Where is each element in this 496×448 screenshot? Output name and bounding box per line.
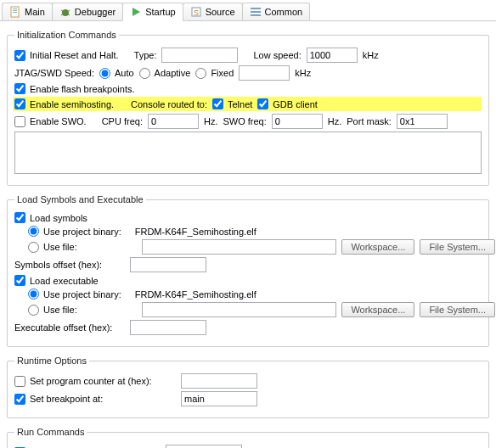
telnet-checkbox[interactable]: Telnet xyxy=(212,98,252,109)
file-system-button[interactable]: File System... xyxy=(420,239,495,255)
swo-freq-label: SWO freq: xyxy=(223,116,266,126)
workspace-button[interactable]: Workspace... xyxy=(341,239,414,255)
tab-common[interactable]: Common xyxy=(242,3,311,20)
svg-rect-13 xyxy=(251,11,261,13)
reset-type-input[interactable] xyxy=(161,48,238,63)
group-legend: Run Commands xyxy=(14,427,87,437)
speed-adaptive-radio[interactable]: Adaptive xyxy=(139,68,191,79)
tab-startup[interactable]: Startup xyxy=(122,3,183,21)
initial-reset-checkbox[interactable]: Initial Reset and Halt. xyxy=(14,50,119,61)
port-mask-input[interactable] xyxy=(397,114,448,129)
symbols-offset-label: Symbols offset (hex): xyxy=(14,260,125,270)
svg-rect-2 xyxy=(13,10,17,11)
load-symbols-checkbox[interactable]: Load symbols xyxy=(14,212,87,223)
bug-icon xyxy=(59,6,71,18)
startup-panel: Initialization Commands Initial Reset an… xyxy=(0,21,496,448)
bp-input[interactable] xyxy=(181,391,257,406)
type-label: Type: xyxy=(134,50,157,60)
exec-offset-input[interactable] xyxy=(130,320,206,335)
run-commands-group: Run Commands Pre-run reset and halt. Typ… xyxy=(7,427,489,448)
jtag-speed-label: JTAG/SWD Speed: xyxy=(14,68,94,78)
enable-flash-checkbox[interactable]: Enable flash breakpoints. xyxy=(14,83,135,94)
hz-unit: Hz. xyxy=(204,116,218,126)
svg-rect-1 xyxy=(13,8,17,9)
svg-marker-9 xyxy=(132,8,140,16)
play-icon xyxy=(130,6,142,18)
tab-debugger[interactable]: Debugger xyxy=(52,3,123,20)
project-binary-sym-text: FRDM-K64F_Semihosting.elf xyxy=(135,227,256,237)
khz-unit: kHz xyxy=(363,50,379,60)
tab-label: Source xyxy=(206,7,235,17)
swo-freq-input[interactable] xyxy=(272,114,323,129)
initialization-commands-group: Initialization Commands Initial Reset an… xyxy=(7,30,489,186)
set-bp-checkbox[interactable]: Set breakpoint at: xyxy=(14,394,176,405)
fixed-speed-input[interactable] xyxy=(239,65,290,81)
tab-label: Main xyxy=(25,7,45,17)
load-exec-checkbox[interactable]: Load executable xyxy=(14,275,99,286)
page-icon xyxy=(9,6,21,18)
tab-source[interactable]: S Source xyxy=(183,3,243,20)
load-symbols-group: Load Symbols and Executable Load symbols… xyxy=(7,194,489,347)
svg-point-4 xyxy=(62,9,69,16)
list-icon xyxy=(250,6,262,18)
svg-text:S: S xyxy=(194,8,199,17)
enable-swo-checkbox[interactable]: Enable SWO. xyxy=(14,116,87,127)
exec-offset-label: Executable offset (hex): xyxy=(14,322,125,333)
tab-label: Startup xyxy=(145,7,175,17)
use-file-sym-radio[interactable]: Use file: xyxy=(28,242,137,253)
source-icon: S xyxy=(190,6,202,18)
svg-rect-14 xyxy=(251,14,261,16)
tab-main[interactable]: Main xyxy=(2,3,53,20)
project-binary-exec-text: FRDM-K64F_Semihosting.elf xyxy=(135,289,256,300)
file-system-button[interactable]: File System... xyxy=(420,302,495,317)
cpu-freq-label: CPU freq: xyxy=(102,116,143,126)
console-routed-label: Console routed to: xyxy=(131,99,207,109)
gdb-client-checkbox[interactable]: GDB client xyxy=(257,98,318,109)
low-speed-input[interactable] xyxy=(307,48,358,63)
pc-input[interactable] xyxy=(181,373,257,389)
tab-label: Debugger xyxy=(75,7,116,17)
svg-rect-12 xyxy=(251,8,261,9)
workspace-button[interactable]: Workspace... xyxy=(341,302,414,317)
use-project-binary-sym-radio[interactable]: Use project binary: xyxy=(28,226,121,237)
cpu-freq-input[interactable] xyxy=(148,114,199,129)
svg-rect-3 xyxy=(13,12,17,13)
hz-unit: Hz. xyxy=(328,116,342,126)
enable-semihosting-checkbox[interactable]: Enable semihosting. xyxy=(14,98,114,109)
tab-bar: Main Debugger Startup S Source Common xyxy=(0,0,496,21)
exec-file-input[interactable] xyxy=(142,302,336,317)
tab-label: Common xyxy=(265,7,303,17)
group-legend: Runtime Options xyxy=(14,356,89,366)
use-project-binary-exec-radio[interactable]: Use project binary: xyxy=(28,288,121,300)
khz-unit: kHz xyxy=(295,68,311,78)
group-legend: Load Symbols and Executable xyxy=(14,194,146,204)
low-speed-label: Low speed: xyxy=(253,50,301,60)
init-commands-textarea[interactable] xyxy=(14,132,482,174)
set-pc-checkbox[interactable]: Set program counter at (hex): xyxy=(14,376,176,387)
speed-fixed-radio[interactable]: Fixed xyxy=(195,68,234,79)
port-mask-label: Port mask: xyxy=(347,116,392,126)
speed-auto-radio[interactable]: Auto xyxy=(99,68,134,79)
group-legend: Initialization Commands xyxy=(14,30,119,40)
sym-file-input[interactable] xyxy=(142,239,336,255)
symbols-offset-input[interactable] xyxy=(130,257,206,272)
run-type-input[interactable] xyxy=(166,445,242,448)
use-file-exec-radio[interactable]: Use file: xyxy=(28,305,137,316)
runtime-options-group: Runtime Options Set program counter at (… xyxy=(7,356,489,418)
